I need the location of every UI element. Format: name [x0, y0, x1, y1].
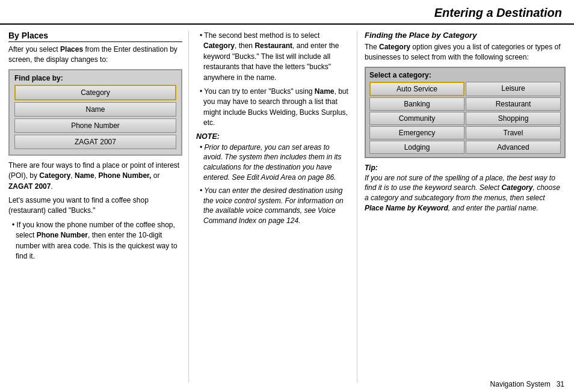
cat-leisure[interactable]: Leisure [466, 82, 561, 96]
para1: There are four ways to find a place or p… [8, 161, 182, 192]
note-title: NOTE: [196, 132, 350, 141]
para1-category: Category [39, 171, 70, 180]
cat-advanced[interactable]: Advanced [466, 141, 561, 154]
category-bold: Category [379, 43, 410, 51]
find-place-label: Find place by: [14, 74, 176, 82]
para1-name: Name [75, 171, 94, 180]
bullet2-category: Category [203, 41, 235, 50]
finding-category-title: Finding the Place by Category [365, 31, 566, 40]
para1-zagat: ZAGAT 2007 [8, 182, 51, 191]
category-grid: Auto Service Leisure Banking Restaurant … [369, 82, 561, 154]
phone-number-button[interactable]: Phone Number [14, 118, 176, 133]
tip-italic: , and enter the partial name. [448, 204, 539, 212]
cat-restaurant[interactable]: Restaurant [466, 97, 561, 111]
category-button[interactable]: Category [14, 85, 176, 100]
header-title: Entering a Destination [434, 6, 562, 19]
bullet1: If you know the phone number of the coff… [8, 220, 182, 262]
content-area: By Places After you select Places from t… [0, 25, 574, 389]
tip-bold2: Place Name by Keyword [365, 204, 448, 212]
footer-label: Navigation System [490, 380, 551, 388]
tip-text: If you are not sure of the spelling of a… [365, 174, 560, 212]
select-category-box: Select a category: Auto Service Leisure … [365, 67, 566, 158]
category-intro: The Category option gives you a list of … [365, 42, 566, 63]
bullet3-name: Name [315, 87, 335, 96]
bullet2-restaurant: Restaurant [255, 41, 292, 50]
mid-column: The second best method is to select Cate… [189, 31, 357, 383]
right-column: Finding the Place by Category The Catego… [357, 31, 566, 383]
cat-shopping[interactable]: Shopping [466, 112, 561, 125]
para1-phone: Phone Number, [98, 171, 151, 180]
page-header: Entering a Destination [0, 0, 574, 25]
bullet3: You can try to enter "Bucks" using Name,… [196, 87, 350, 129]
para2: Let's assume you want to find a coffee s… [8, 195, 182, 216]
find-place-box: Find place by: Category Name Phone Numbe… [8, 69, 182, 156]
tip-bold1: Category [501, 183, 532, 192]
intro-text: After you select [8, 45, 60, 54]
intro-bold: Places [60, 45, 83, 54]
cat-community[interactable]: Community [369, 112, 464, 125]
intro-paragraph: After you select Places from the Enter d… [8, 44, 182, 66]
page-footer: Navigation System 31 [490, 380, 564, 388]
by-places-title: By Places [8, 31, 182, 42]
tip-section: Tip: If you are not sure of the spelling… [365, 163, 566, 213]
note2: You can enter the desired destination us… [196, 186, 350, 226]
cat-lodging[interactable]: Lodging [369, 141, 464, 154]
tip-title: Tip: [365, 164, 378, 172]
name-button[interactable]: Name [14, 102, 176, 117]
note1: Prior to departure, you can set areas to… [196, 142, 350, 183]
zagat-button[interactable]: ZAGAT 2007 [14, 135, 176, 149]
left-column: By Places After you select Places from t… [8, 31, 189, 383]
cat-auto-service[interactable]: Auto Service [369, 82, 464, 96]
bullet1-bold: Phone Number [37, 231, 88, 239]
page-number: 31 [557, 380, 564, 388]
cat-emergency[interactable]: Emergency [369, 126, 464, 139]
cat-travel[interactable]: Travel [466, 126, 561, 139]
select-cat-label: Select a category: [369, 71, 561, 79]
bullet2: The second best method is to select Cate… [196, 31, 350, 83]
cat-banking[interactable]: Banking [369, 97, 464, 111]
